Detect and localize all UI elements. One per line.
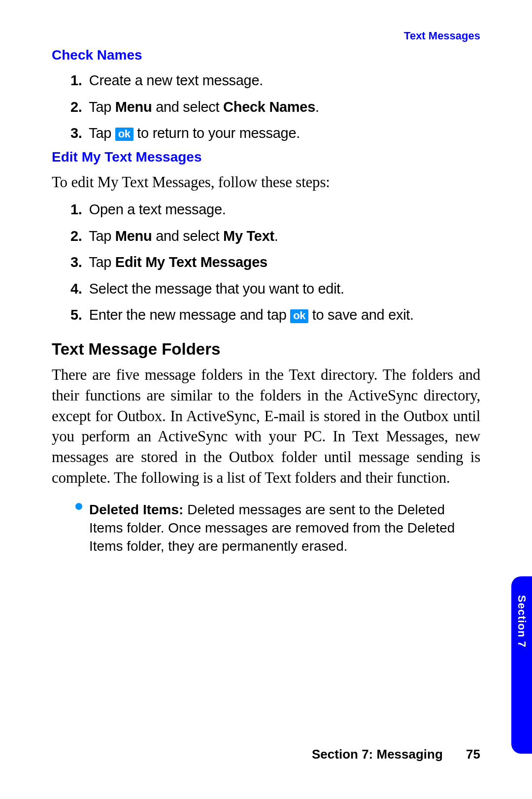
bullet-item: Deleted Items: Deleted messages are sent… [75,501,480,556]
step-number: 4. [70,278,85,300]
step-number: 1. [70,70,85,92]
step-item: 2. Tap Menu and select My Text. [70,226,480,247]
ok-icon: ok [115,128,133,141]
bullet-label: Deleted Items: [89,502,183,517]
step-item: 5. Enter the new message and tap ok to s… [70,304,480,326]
steps-check-names: 1. Create a new text message.2. Tap Menu… [70,70,480,144]
page-footer: Section 7: Messaging 75 [0,747,480,762]
step-number: 2. [70,226,85,247]
step-item: 2. Tap Menu and select Check Names. [70,97,480,118]
heading-text-message-folders: Text Message Folders [52,340,480,359]
manual-page: Text Messages Check Names 1. Create a ne… [0,0,532,799]
bold-text: Edit My Text Messages [115,254,267,270]
step-item: 1. Open a text message. [70,199,480,221]
bold-text: Check Names [223,99,315,115]
running-header: Text Messages [52,30,480,42]
heading-edit-my-text: Edit My Text Messages [52,149,480,165]
step-number: 2. [70,97,85,118]
intro-edit-my-text: To edit My Text Messages, follow these s… [52,172,480,193]
heading-check-names: Check Names [52,47,480,63]
steps-edit-my-text: 1. Open a text message.2. Tap Menu and s… [70,199,480,326]
step-number: 5. [70,304,85,326]
step-number: 3. [70,252,85,273]
bold-text: Menu [115,99,152,115]
footer-page-number: 75 [466,747,480,762]
section-thumb-tab: Section 7 [511,576,532,754]
step-number: 3. [70,123,85,144]
footer-section: Section 7: Messaging [312,747,443,762]
step-item: 3. Tap Edit My Text Messages [70,252,480,273]
section-thumb-label: Section 7 [515,595,528,648]
paragraph-folders: There are five message folders in the Te… [52,365,480,488]
folders-bullets: Deleted Items: Deleted messages are sent… [52,501,480,556]
step-item: 3. Tap ok to return to your message. [70,123,480,144]
step-number: 1. [70,199,85,221]
ok-icon: ok [290,309,308,323]
step-item: 4. Select the message that you want to e… [70,278,480,300]
bold-text: Menu [115,228,152,244]
bold-text: My Text [223,228,274,244]
bullet-dot-icon [75,503,82,510]
step-item: 1. Create a new text message. [70,70,480,92]
